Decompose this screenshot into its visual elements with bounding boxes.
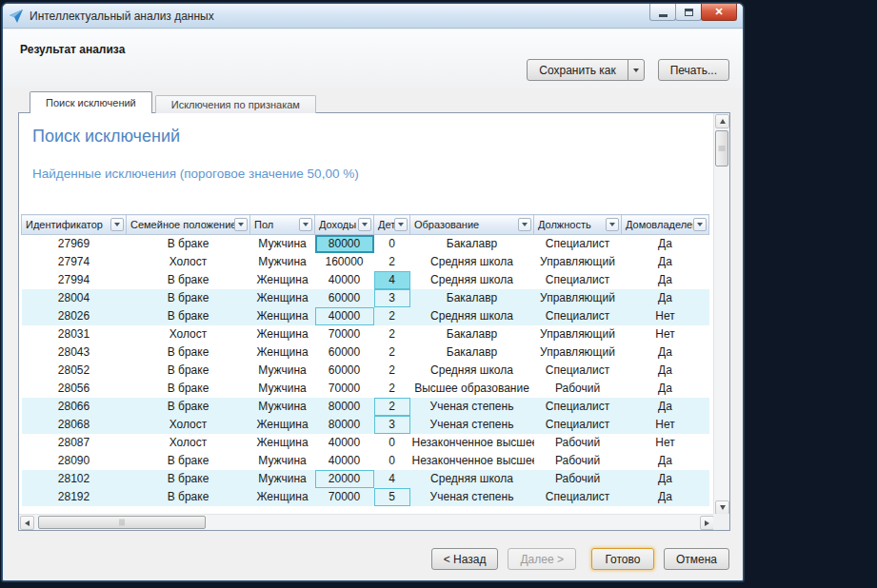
cell-education[interactable]: Ученая степень — [410, 488, 534, 506]
cell-occupation[interactable]: Специалист — [534, 398, 622, 416]
table-row[interactable]: 27974ХолостМужчина1600002Средняя школаУп… — [22, 253, 709, 271]
horizontal-scroll-thumb[interactable] — [38, 516, 206, 529]
cell-children[interactable]: 2 — [374, 253, 410, 271]
table-row[interactable]: 27969В бракеМужчина800000БакалаврСпециал… — [22, 235, 709, 253]
cell-income[interactable]: 60000 — [315, 289, 374, 307]
cell-income[interactable]: 60000 — [315, 343, 374, 362]
cell-id[interactable]: 28004 — [22, 289, 127, 307]
cell-occupation[interactable]: Специалист — [534, 416, 622, 434]
cell-occupation[interactable]: Рабочий — [534, 452, 622, 470]
filter-dropdown-button[interactable] — [234, 218, 248, 231]
cell-gender[interactable]: Мужчина — [250, 380, 315, 398]
filter-dropdown-button[interactable] — [693, 218, 707, 231]
cell-gender[interactable]: Женщина — [250, 434, 315, 452]
cell-education[interactable]: Средняя школа — [410, 253, 534, 271]
cell-marital[interactable]: В браке — [127, 398, 250, 416]
cancel-button[interactable]: Отмена — [664, 548, 729, 570]
cell-marital[interactable]: В браке — [127, 380, 250, 398]
table-row[interactable]: 28004В бракеЖенщина600003БакалаврУправля… — [22, 289, 709, 307]
cell-occupation[interactable]: Управляющий — [534, 325, 622, 343]
column-header-id[interactable]: Идентификатор — [22, 215, 127, 235]
filter-dropdown-button[interactable] — [358, 218, 371, 231]
cell-occupation[interactable]: Специалист — [534, 235, 622, 253]
cell-homeowner[interactable]: Да — [622, 271, 709, 289]
cell-id[interactable]: 28052 — [22, 362, 127, 380]
cell-id[interactable]: 28192 — [22, 488, 127, 506]
cell-marital[interactable]: В браке — [127, 470, 250, 488]
cell-gender[interactable]: Женщина — [250, 343, 315, 362]
cell-marital[interactable]: В браке — [127, 307, 250, 325]
finish-button[interactable]: Готово — [591, 548, 654, 570]
cell-income[interactable]: 40000 — [315, 271, 374, 289]
cell-children[interactable]: 2 — [374, 325, 410, 343]
cell-marital[interactable]: В браке — [127, 289, 250, 307]
cell-occupation[interactable]: Рабочий — [534, 434, 622, 452]
cell-gender[interactable]: Мужчина — [250, 235, 315, 253]
table-row[interactable]: 28102В бракеМужчина200004Средняя школаРа… — [22, 470, 709, 488]
scroll-left-button[interactable] — [20, 516, 34, 530]
cell-occupation[interactable]: Управляющий — [534, 253, 622, 271]
column-header-marital[interactable]: Семейное положение — [127, 215, 250, 235]
cell-income[interactable]: 60000 — [315, 362, 374, 380]
cell-education[interactable]: Ученая степень — [410, 416, 534, 434]
table-row[interactable]: 28068ХолостЖенщина800003Ученая степеньСп… — [22, 416, 709, 434]
column-header-gender[interactable]: Пол — [250, 215, 315, 235]
column-header-children[interactable]: Дети — [374, 215, 410, 235]
title-bar[interactable]: Интеллектуальный анализ данных ✕ — [3, 4, 743, 29]
cell-children[interactable]: 2 — [374, 398, 410, 416]
filter-dropdown-button[interactable] — [518, 218, 531, 231]
cell-marital[interactable]: В браке — [127, 452, 250, 470]
cell-homeowner[interactable]: Нет — [622, 325, 709, 343]
cell-education[interactable]: Бакалавр — [410, 235, 534, 253]
cell-income[interactable]: 70000 — [315, 488, 374, 506]
table-row[interactable]: 28066В бракеМужчина800002Ученая степеньС… — [22, 398, 709, 416]
cell-education[interactable]: Бакалавр — [410, 325, 534, 343]
cell-homeowner[interactable]: Нет — [622, 434, 709, 452]
cell-homeowner[interactable]: Да — [622, 488, 709, 506]
cell-children[interactable]: 2 — [374, 362, 410, 380]
cell-income[interactable]: 70000 — [315, 325, 374, 343]
cell-children[interactable]: 3 — [374, 289, 410, 307]
cell-gender[interactable]: Женщина — [250, 307, 315, 325]
scroll-right-button[interactable] — [700, 516, 714, 530]
cell-id[interactable]: 28090 — [22, 452, 127, 470]
cell-children[interactable]: 3 — [374, 416, 410, 434]
table-row[interactable]: 28052В бракеМужчина600002Средняя школаСп… — [22, 362, 709, 380]
print-button[interactable]: Печать... — [658, 59, 729, 81]
column-header-occupation[interactable]: Должность — [534, 215, 622, 235]
table-row[interactable]: 28192В бракеЖенщина700005Ученая степеньС… — [22, 488, 709, 506]
save-as-dropdown[interactable] — [628, 59, 645, 81]
cell-occupation[interactable]: Специалист — [534, 362, 622, 380]
cell-education[interactable]: Средняя школа — [410, 470, 534, 488]
cell-income[interactable]: 160000 — [315, 253, 374, 271]
cell-occupation[interactable]: Управляющий — [534, 343, 622, 362]
cell-education[interactable]: Средняя школа — [410, 271, 534, 289]
cell-homeowner[interactable]: Да — [622, 362, 709, 380]
cell-marital[interactable]: Холост — [127, 416, 250, 434]
table-row[interactable]: 28087ХолостЖенщина400000Незаконченное вы… — [22, 434, 709, 452]
cell-id[interactable]: 28087 — [22, 434, 127, 452]
cell-income[interactable]: 80000 — [315, 398, 374, 416]
cell-id[interactable]: 27994 — [22, 271, 127, 289]
scroll-up-button[interactable] — [715, 114, 729, 128]
cell-gender[interactable]: Женщина — [250, 488, 315, 506]
table-row[interactable]: 28056В бракеМужчина700002Высшее образова… — [22, 380, 709, 398]
cell-children[interactable]: 0 — [374, 452, 410, 470]
table-row[interactable]: 28031ХолостЖенщина700002БакалаврУправляю… — [22, 325, 709, 343]
back-button[interactable]: < Назад — [431, 548, 499, 570]
horizontal-scrollbar[interactable] — [19, 514, 715, 530]
cell-income[interactable]: 20000 — [315, 470, 374, 488]
cell-marital[interactable]: Холост — [127, 325, 250, 343]
cell-id[interactable]: 28068 — [22, 416, 127, 434]
cell-id[interactable]: 28066 — [22, 398, 127, 416]
table-row[interactable]: 27994В бракеЖенщина400004Средняя школаСп… — [22, 271, 709, 289]
cell-children[interactable]: 0 — [374, 434, 410, 452]
cell-marital[interactable]: Холост — [127, 434, 250, 452]
minimize-button[interactable] — [649, 4, 676, 21]
cell-income[interactable]: 70000 — [315, 380, 374, 398]
cell-homeowner[interactable]: Да — [622, 398, 709, 416]
cell-homeowner[interactable]: Нет — [622, 307, 709, 325]
cell-homeowner[interactable]: Да — [622, 235, 709, 253]
cell-marital[interactable]: В браке — [127, 362, 250, 380]
cell-gender[interactable]: Мужчина — [250, 362, 315, 380]
